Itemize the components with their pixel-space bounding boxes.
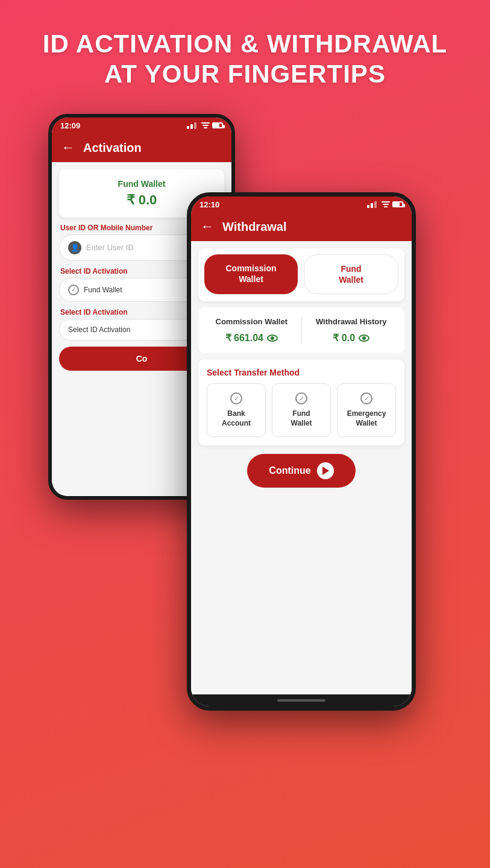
withdrawal-title: Withdrawal: [222, 220, 287, 234]
withdrawal-history-amount: ₹ 0.0: [308, 332, 395, 344]
withdrawal-content: CommissionWallet FundWallet Commission W…: [191, 241, 412, 694]
select-activation-1-text: Fund Wallet: [84, 286, 122, 294]
bank-label: BankAccount: [212, 409, 260, 428]
withdrawal-screen: 12:10 ← Withdr: [191, 197, 412, 706]
transfer-method-label: Select Transfer Method: [207, 368, 396, 377]
transfer-options-row: ✓ BankAccount ✓ FundWallet ✓ EmergencyWa…: [207, 383, 396, 437]
home-bar: [277, 699, 325, 702]
check-emergency: ✓: [360, 392, 372, 404]
time-2: 12:10: [199, 200, 219, 209]
continue-row: Continue: [198, 454, 404, 488]
tabs-card: CommissionWallet FundWallet: [198, 248, 404, 301]
user-icon: 👤: [68, 241, 81, 254]
withdrawal-history-col: Withdrawal History ₹ 0.0: [308, 317, 395, 344]
tab-row: CommissionWallet FundWallet: [204, 254, 398, 294]
back-arrow-activation[interactable]: ←: [61, 141, 75, 154]
commission-wallet-title: Commission Wallet: [208, 317, 295, 327]
status-icons-2: [367, 201, 403, 208]
continue-btn-withdrawal[interactable]: Continue: [247, 454, 355, 488]
status-bar-1: 12:09: [52, 118, 231, 134]
activation-title: Activation: [83, 141, 142, 155]
tab-fund-wallet[interactable]: FundWallet: [304, 254, 398, 294]
wallet-divider: [301, 317, 302, 344]
home-indicator: [191, 694, 412, 706]
wifi-icon-1: [201, 122, 210, 128]
wallet-info-card: Commission Wallet ₹ 661.04 Withdrawal Hi…: [198, 307, 404, 353]
check-bank: ✓: [230, 392, 242, 404]
battery-icon-2: [392, 201, 403, 207]
user-id-placeholder: Enter User ID: [86, 243, 134, 252]
status-bar-2: 12:10: [191, 197, 412, 213]
back-arrow-withdrawal[interactable]: ←: [201, 220, 214, 233]
play-triangle: [322, 467, 329, 475]
signal-icon-2: [367, 201, 377, 208]
check-fund: ✓: [295, 392, 307, 404]
phones-wrapper: 12:09 ← Activa: [0, 108, 490, 807]
fund-label: FundWallet: [277, 409, 325, 428]
phone-withdrawal: 12:10 ← Withdr: [187, 192, 416, 711]
time-1: 12:09: [60, 121, 80, 130]
hero-title: ID ACTIVATION & WITHDRAWAL AT YOUR FINGE…: [24, 29, 466, 90]
signal-icon-1: [187, 122, 196, 129]
transfer-emergency-wallet[interactable]: ✓ EmergencyWallet: [337, 383, 396, 437]
eye-icon-history[interactable]: [359, 335, 369, 342]
transfer-method-card: Select Transfer Method ✓ BankAccount ✓ F…: [198, 359, 404, 445]
check-circle-1: [68, 285, 79, 295]
battery-icon-1: [212, 122, 223, 128]
withdrawal-history-title: Withdrawal History: [308, 317, 395, 327]
play-button: [317, 462, 334, 479]
app-bar-withdrawal: ← Withdrawal: [191, 213, 412, 241]
hero-section: ID ACTIVATION & WITHDRAWAL AT YOUR FINGE…: [0, 0, 490, 108]
tab-commission-wallet[interactable]: CommissionWallet: [204, 254, 298, 294]
commission-wallet-col: Commission Wallet ₹ 661.04: [208, 317, 295, 344]
emergency-label: EmergencyWallet: [342, 409, 391, 428]
commission-wallet-amount: ₹ 661.04: [208, 332, 295, 344]
app-bar-activation: ← Activation: [52, 134, 231, 162]
select-activation-2-placeholder: Select ID Activation: [68, 326, 130, 334]
fund-wallet-label: Fund Wallet: [69, 179, 215, 189]
status-icons-1: [187, 122, 223, 129]
transfer-fund-wallet[interactable]: ✓ FundWallet: [272, 383, 331, 437]
transfer-bank-account[interactable]: ✓ BankAccount: [207, 383, 266, 437]
wifi-icon-2: [382, 201, 390, 207]
eye-icon-commission[interactable]: [267, 335, 278, 342]
